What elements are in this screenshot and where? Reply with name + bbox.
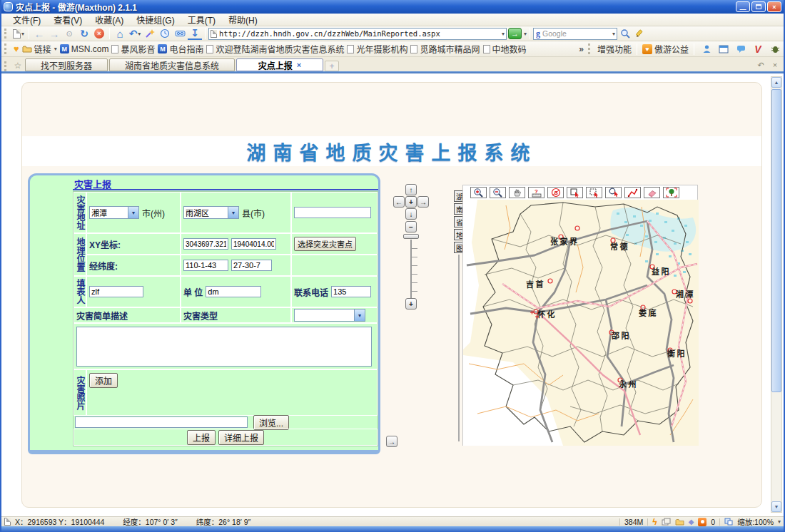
- enhance-features-link[interactable]: 增强功能: [597, 43, 632, 55]
- gesture-icon[interactable]: ◆: [689, 518, 694, 526]
- history-clock-button[interactable]: [158, 27, 172, 40]
- longitude-input[interactable]: [183, 260, 228, 271]
- link-msn[interactable]: MMSN.com: [60, 44, 109, 54]
- phone-input[interactable]: [331, 286, 371, 297]
- city-select[interactable]: 湘潭 ▾: [89, 206, 139, 219]
- history-drop-button[interactable]: ⊙: [62, 27, 76, 40]
- menu-file[interactable]: 文件(F): [7, 13, 46, 26]
- unit-input[interactable]: [206, 286, 261, 297]
- tab-list-star-button[interactable]: ☆: [11, 60, 25, 71]
- zoom-dropdown-icon[interactable]: ▾: [778, 518, 781, 525]
- file-path-input[interactable]: [75, 416, 248, 428]
- home-button[interactable]: ⌂: [113, 27, 127, 40]
- windows-icon[interactable]: [662, 518, 671, 526]
- tab-disaster-report[interactable]: 灾点上报 ×: [236, 58, 323, 71]
- pan-right-button[interactable]: →: [417, 196, 429, 208]
- add-photo-button[interactable]: 添加: [89, 373, 118, 388]
- menu-view[interactable]: 查看(V): [48, 13, 88, 26]
- boost-icon[interactable]: ϟ: [652, 517, 657, 527]
- zoom-in-icon[interactable]: [470, 187, 487, 198]
- description-textarea[interactable]: [76, 327, 372, 367]
- messenger-button[interactable]: [699, 43, 714, 56]
- undo-button[interactable]: ↶▾: [128, 27, 142, 40]
- search-input[interactable]: Google: [542, 29, 609, 38]
- address-url[interactable]: http://dzzh.hndh.gov.cn/dzzhWeb/MainRepo…: [219, 29, 499, 38]
- link-photo[interactable]: 光年摄影机构: [347, 43, 407, 55]
- links-folder[interactable]: 链接 ▾: [22, 43, 57, 55]
- county-select[interactable]: 雨湖区 ▾: [183, 206, 239, 219]
- zoom-level[interactable]: 缩放:100%: [737, 516, 774, 527]
- address-bar[interactable]: http://dzzh.hndh.gov.cn/dzzhWeb/MainRepo…: [208, 28, 507, 40]
- v-plugin-button[interactable]: V: [751, 43, 765, 56]
- new-tab-button[interactable]: +: [325, 61, 339, 71]
- tab-hunan-geo-info[interactable]: 湖南省地质灾害信息系统: [109, 58, 235, 71]
- magic-wand-button[interactable]: [143, 27, 157, 40]
- draw-polyline-icon[interactable]: [624, 187, 641, 198]
- link-button[interactable]: [173, 27, 187, 40]
- link-milu[interactable]: 觅路城市精品网: [410, 43, 480, 55]
- scroll-up-button[interactable]: ▲: [771, 77, 781, 88]
- reopen-tab-button[interactable]: ↶: [754, 58, 768, 71]
- submit-report-button[interactable]: 上报: [187, 430, 216, 445]
- tabbar-grip[interactable]: [4, 61, 8, 71]
- go-dropdown-icon[interactable]: ▾: [524, 31, 527, 37]
- folder-icon[interactable]: [675, 518, 684, 526]
- zoom-out-icon[interactable]: [490, 187, 506, 198]
- zoom-out-step-button[interactable]: −: [405, 221, 417, 232]
- select-rect-icon[interactable]: [567, 187, 583, 198]
- identify-icon[interactable]: [605, 187, 622, 198]
- detailed-report-button[interactable]: 详细上报: [218, 430, 264, 445]
- address-dropdown-icon[interactable]: ▾: [502, 31, 505, 37]
- menu-groups[interactable]: 快捷组(G): [131, 13, 180, 26]
- resize-page-icon[interactable]: [724, 518, 733, 526]
- measure-distance-icon[interactable]: ?: [528, 187, 545, 198]
- link-radio[interactable]: M电台指南: [158, 43, 203, 55]
- zoom-in-step-button[interactable]: +: [405, 298, 417, 310]
- forward-button[interactable]: →: [47, 27, 61, 40]
- search-box[interactable]: g Google ▾: [533, 28, 617, 40]
- tab-server-not-found[interactable]: 找不到服务器: [25, 58, 108, 71]
- zoom-slider-handle[interactable]: [403, 234, 419, 239]
- restore-button[interactable]: [751, 1, 766, 12]
- linksbar-grip[interactable]: [4, 44, 8, 54]
- toolbar-grip[interactable]: [4, 29, 8, 39]
- new-page-button[interactable]: ▾: [11, 27, 26, 40]
- page-scrollbar[interactable]: ▲ ▼: [771, 76, 782, 513]
- search-go-button[interactable]: [618, 27, 632, 40]
- search-engine-dropdown-icon[interactable]: ▾: [612, 31, 615, 37]
- pan-hand-icon[interactable]: [509, 187, 525, 198]
- more-links-chevron[interactable]: »: [579, 44, 584, 54]
- s-restrict-icon[interactable]: S: [547, 187, 564, 198]
- menu-help[interactable]: 帮助(H): [223, 13, 263, 26]
- pan-down-button[interactable]: ↓: [405, 208, 417, 220]
- menu-favorites[interactable]: 收藏(A): [89, 13, 129, 26]
- favorites-heart-icon[interactable]: ♥: [14, 44, 19, 54]
- popup-blocker-icon[interactable]: [698, 518, 706, 526]
- latitude-input[interactable]: [231, 260, 272, 271]
- reporter-input[interactable]: [89, 286, 143, 297]
- pan-up-button[interactable]: ↑: [405, 184, 417, 195]
- tab-close-icon[interactable]: ×: [297, 61, 301, 69]
- stop-button[interactable]: ×: [92, 27, 106, 40]
- expand-panel-button[interactable]: →: [386, 436, 397, 447]
- maxthon-charity-link[interactable]: ♥ 傲游公益: [642, 43, 689, 55]
- go-button[interactable]: →: [508, 28, 522, 39]
- grip[interactable]: [588, 44, 592, 54]
- disaster-type-select[interactable]: ▾: [294, 309, 365, 322]
- window-button[interactable]: [716, 43, 731, 56]
- highlight-button[interactable]: [633, 27, 647, 40]
- y-coordinate-input[interactable]: [231, 238, 276, 250]
- chat-button[interactable]: [734, 43, 748, 56]
- refresh-button[interactable]: ↻: [77, 27, 91, 40]
- pan-left-button[interactable]: ←: [393, 196, 405, 208]
- scrollbar-thumb[interactable]: [771, 89, 781, 392]
- address-detail-input[interactable]: [294, 207, 371, 218]
- scroll-down-button[interactable]: ▼: [771, 501, 781, 512]
- close-tab-button[interactable]: ×: [768, 58, 782, 71]
- download-button[interactable]: ↧: [188, 27, 202, 40]
- eraser-icon[interactable]: [644, 187, 660, 198]
- browse-button[interactable]: 浏览...: [253, 415, 289, 430]
- x-coordinate-input[interactable]: [183, 238, 228, 250]
- panel-splitter[interactable]: [458, 255, 460, 441]
- minimize-button[interactable]: —: [736, 1, 750, 12]
